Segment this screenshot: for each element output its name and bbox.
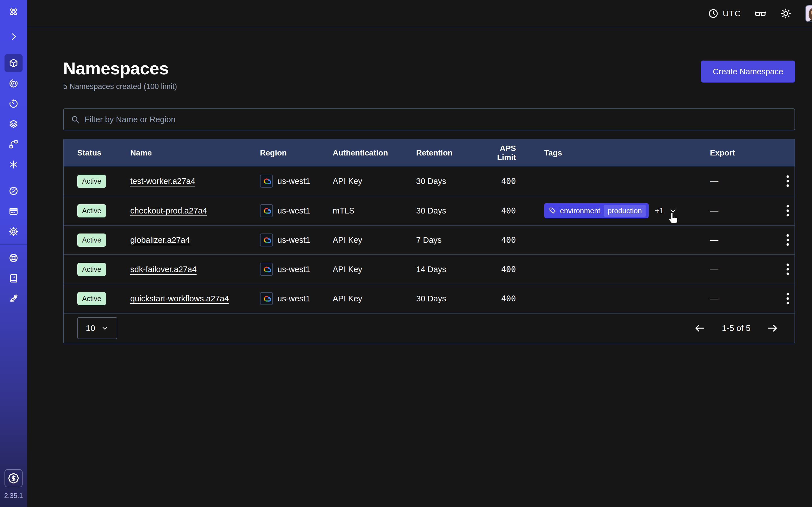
region-label: us-west1 xyxy=(277,206,310,216)
status-badge: Active xyxy=(77,175,106,188)
sidebar-item-nexus[interactable] xyxy=(4,156,22,173)
sidebar-item-getting-started[interactable] xyxy=(4,290,22,307)
row-menu-kebab-icon[interactable] xyxy=(781,173,795,189)
google-cloud-icon xyxy=(262,294,271,303)
settings-gear-icon xyxy=(8,226,18,237)
page-title: Namespaces xyxy=(63,58,177,78)
billing-card-icon xyxy=(8,206,18,216)
sidebar-item-namespaces[interactable] xyxy=(4,54,22,72)
col-authentication: Authentication xyxy=(333,149,416,158)
col-aps-limit: APS Limit xyxy=(481,144,516,162)
namespace-link[interactable]: sdk-failover.a27a4 xyxy=(130,265,197,274)
getting-started-rocket-icon xyxy=(8,293,18,304)
sidebar-divider xyxy=(0,244,27,245)
aps-limit-cell: 400 xyxy=(481,176,516,186)
gcp-region-box xyxy=(260,175,273,187)
tag-pill[interactable]: environment production xyxy=(544,203,649,218)
aps-limit-cell: 400 xyxy=(481,206,516,216)
retention-cell: 30 Days xyxy=(416,206,481,216)
table-body: Active test-worker.a27a4 us-west1 API Ke… xyxy=(64,166,795,313)
col-name: Name xyxy=(130,149,260,158)
schedules-timer-icon xyxy=(8,99,18,109)
tag-icon xyxy=(549,207,557,215)
docs-book-icon xyxy=(8,273,18,283)
prev-page-arrow-icon[interactable] xyxy=(694,322,706,334)
status-badge: Active xyxy=(77,263,106,276)
status-badge: Active xyxy=(77,233,106,247)
namespace-link[interactable]: globalizer.a27a4 xyxy=(130,235,190,244)
gcp-region-box xyxy=(260,263,273,276)
export-cell: — xyxy=(696,294,781,303)
namespaces-cube-icon xyxy=(8,58,18,68)
tags-chevron-icon[interactable] xyxy=(669,207,677,215)
namespace-link[interactable]: checkout-prod.a27a4 xyxy=(130,206,207,215)
sidebar-item-deployments[interactable] xyxy=(4,115,22,133)
col-retention: Retention xyxy=(416,149,481,158)
sidebar-item-schedules[interactable] xyxy=(4,95,22,113)
dollar-badge-icon xyxy=(8,473,19,484)
deployments-layers-icon xyxy=(8,119,18,129)
user-avatar[interactable] xyxy=(805,5,812,22)
gcp-region-box xyxy=(260,292,273,305)
table-row: Active test-worker.a27a4 us-west1 API Ke… xyxy=(64,166,795,196)
sidebar-item-support[interactable] xyxy=(4,249,22,267)
sidebar-item-workflows[interactable] xyxy=(4,74,22,93)
pagination-range: 1-5 of 5 xyxy=(722,323,751,333)
sidebar-item-settings[interactable] xyxy=(4,223,22,240)
table-header-row: Status Name Region Authentication Retent… xyxy=(64,139,795,166)
sun-icon[interactable] xyxy=(780,8,792,19)
sidebar-item-billing[interactable] xyxy=(4,202,22,220)
filter-bar xyxy=(63,108,795,130)
retention-cell: 30 Days xyxy=(416,294,481,303)
retention-cell: 7 Days xyxy=(416,235,481,245)
app-window: 2.35.1 UTC xyxy=(0,0,812,507)
region-label: us-west1 xyxy=(277,265,310,274)
table-row: Active globalizer.a27a4 us-west1 API Key… xyxy=(64,225,795,255)
sidebar-expand-chevron-right-icon[interactable] xyxy=(4,27,22,46)
gcp-region-box xyxy=(260,233,273,246)
namespaces-table: Status Name Region Authentication Retent… xyxy=(63,139,795,343)
workflows-spiral-icon xyxy=(8,78,18,89)
chevron-down-icon xyxy=(101,324,109,332)
auth-cell: API Key xyxy=(333,265,416,274)
timezone-selector[interactable]: UTC xyxy=(708,8,741,19)
auth-cell: API Key xyxy=(333,294,416,303)
export-cell: — xyxy=(696,265,781,274)
tag-value: production xyxy=(604,205,646,217)
table-row: Active sdk-failover.a27a4 us-west1 API K… xyxy=(64,255,795,284)
export-cell: — xyxy=(696,176,781,186)
google-cloud-icon xyxy=(262,207,271,215)
gcp-region-box xyxy=(260,204,273,217)
main-content: Namespaces 5 Namespaces created (100 lim… xyxy=(27,27,812,507)
namespace-link[interactable]: quickstart-workflows.a27a4 xyxy=(130,294,229,303)
aps-limit-cell: 400 xyxy=(481,294,516,303)
sidebar-item-docs[interactable] xyxy=(4,269,22,287)
create-namespace-button[interactable]: Create Namespace xyxy=(701,61,795,82)
auth-cell: API Key xyxy=(333,235,416,245)
aps-limit-cell: 400 xyxy=(481,265,516,274)
filter-input[interactable] xyxy=(85,115,788,124)
row-menu-kebab-icon[interactable] xyxy=(781,202,795,219)
sidebar-item-batch-operations[interactable] xyxy=(4,135,22,153)
google-cloud-icon xyxy=(262,236,271,244)
retention-cell: 14 Days xyxy=(416,265,481,274)
export-cell: — xyxy=(696,235,781,245)
glasses-icon[interactable] xyxy=(755,8,766,19)
col-region: Region xyxy=(260,149,333,158)
sidebar-item-usage[interactable] xyxy=(4,182,22,200)
row-menu-kebab-icon[interactable] xyxy=(781,261,795,278)
namespace-link[interactable]: test-worker.a27a4 xyxy=(130,177,195,186)
row-menu-kebab-icon[interactable] xyxy=(781,231,795,248)
col-tags: Tags xyxy=(516,149,696,158)
page-size-select[interactable]: 10 xyxy=(77,317,117,339)
row-menu-kebab-icon[interactable] xyxy=(781,290,795,307)
page-subtitle: 5 Namespaces created (100 limit) xyxy=(63,82,177,91)
col-export: Export xyxy=(696,149,781,158)
tag-key: environment xyxy=(560,207,600,215)
next-page-arrow-icon[interactable] xyxy=(766,322,779,334)
auth-cell: mTLS xyxy=(333,206,416,216)
region-label: us-west1 xyxy=(277,235,310,245)
temporal-logo-icon[interactable] xyxy=(4,3,22,21)
status-badge: Active xyxy=(77,292,106,305)
pricing-badge-button[interactable] xyxy=(4,469,22,487)
